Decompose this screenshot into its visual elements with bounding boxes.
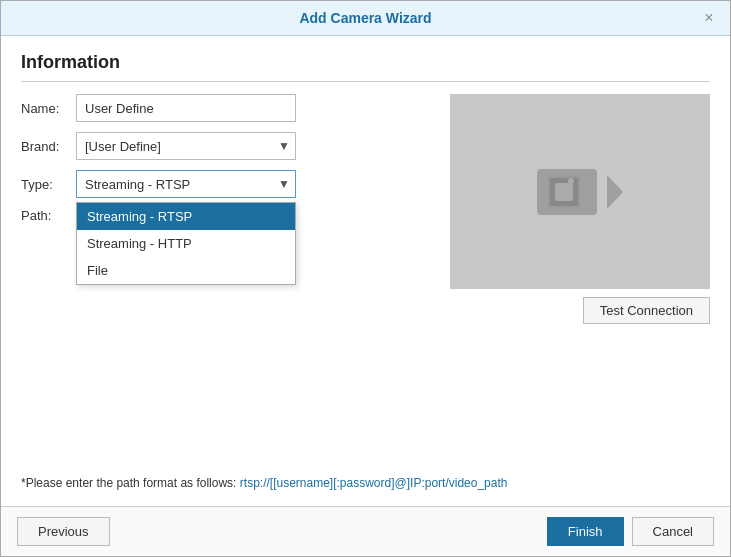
finish-button[interactable]: Finish: [547, 517, 624, 546]
type-dropdown-menu: Streaming - RTSP Streaming - HTTP File: [76, 202, 296, 285]
dropdown-item-rtsp[interactable]: Streaming - RTSP: [77, 203, 295, 230]
footer-note: *Please enter the path format as follows…: [21, 466, 710, 490]
bottom-bar: Previous Finish Cancel: [1, 506, 730, 556]
camera-icon: [535, 157, 625, 227]
brand-row: Brand: [User Define] ▼: [21, 132, 430, 160]
test-connection-button[interactable]: Test Connection: [583, 297, 710, 324]
previous-button[interactable]: Previous: [17, 517, 110, 546]
type-select-wrapper: Streaming - RTSP ▼: [76, 170, 296, 198]
add-camera-wizard-dialog: Add Camera Wizard × Information Name: Br…: [0, 0, 731, 557]
content-area: Name: Brand: [User Define] ▼ Type:: [21, 94, 710, 466]
type-row: Type: Streaming - RTSP ▼: [21, 170, 430, 198]
dropdown-item-http[interactable]: Streaming - HTTP: [77, 230, 295, 257]
type-label: Type:: [21, 177, 76, 192]
action-buttons: Finish Cancel: [547, 517, 714, 546]
dropdown-item-file[interactable]: File: [77, 257, 295, 284]
brand-label: Brand:: [21, 139, 76, 154]
camera-preview-area: Test Connection: [450, 94, 710, 466]
section-title: Information: [21, 52, 710, 82]
svg-point-3: [568, 178, 574, 184]
camera-thumbnail: [450, 94, 710, 289]
dialog-body: Information Name: Brand: [User Define] ▼: [1, 36, 730, 506]
path-label: Path:: [21, 208, 76, 223]
type-select-display[interactable]: Streaming - RTSP: [76, 170, 296, 198]
brand-select-wrapper: [User Define] ▼: [76, 132, 296, 160]
title-bar: Add Camera Wizard ×: [1, 1, 730, 36]
form-area: Name: Brand: [User Define] ▼ Type:: [21, 94, 430, 466]
svg-marker-4: [607, 175, 623, 209]
name-row: Name:: [21, 94, 430, 122]
name-input[interactable]: [76, 94, 296, 122]
dialog-title: Add Camera Wizard: [31, 10, 700, 26]
footer-note-prefix: *Please enter the path format as follows…: [21, 476, 240, 490]
svg-rect-2: [555, 183, 573, 201]
footer-note-path: rtsp://[[username][:password]@]IP:port/v…: [240, 476, 508, 490]
close-button[interactable]: ×: [700, 9, 718, 27]
name-label: Name:: [21, 101, 76, 116]
cancel-button[interactable]: Cancel: [632, 517, 714, 546]
brand-select[interactable]: [User Define]: [76, 132, 296, 160]
